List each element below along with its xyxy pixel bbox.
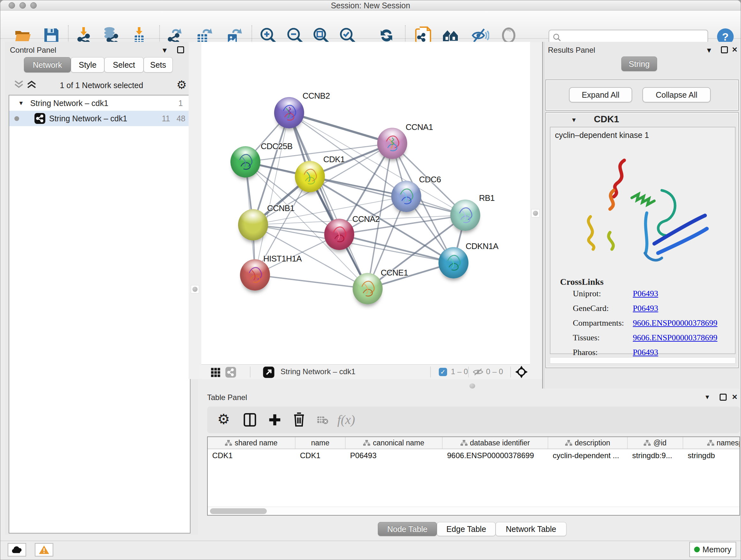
fit-selected-crosshair-icon[interactable] [515,365,528,379]
table-hscrollbar[interactable] [208,507,739,515]
network-nodes: CCNB2CCNA1CDC25BCDK1CDC6RB1CCNB1CCNA2HIS… [201,42,530,364]
left-splitter[interactable] [189,42,201,379]
node-CDC25B[interactable] [230,146,260,178]
column-header-shared-name[interactable]: shared name [208,437,295,449]
birds-eye-view-icon[interactable] [263,366,275,378]
table-cell[interactable]: CDK1 [208,449,295,461]
function-builder-icon[interactable]: f(x) [337,412,355,427]
crosslinks-heading: CrossLinks [560,277,603,287]
collapse-triangle-icon[interactable]: ▼ [18,100,24,107]
node-CCNE1[interactable] [353,273,383,304]
tab-network-table[interactable]: Network Table [495,522,566,536]
table-cell[interactable]: stringdb [683,449,740,461]
table-hscrollbar-thumb[interactable] [210,508,267,514]
right-splitter-handle[interactable] [531,209,540,217]
node-label-CCNA2: CCNA2 [352,214,380,224]
crosslink-value-link[interactable]: 9606.ENSP00000378699 [633,318,718,328]
column-header-@id[interactable]: @id [628,437,683,449]
node-RB1[interactable] [450,199,480,231]
delete-column-icon[interactable] [292,412,306,427]
node-CCNA1[interactable] [377,128,407,159]
search-field[interactable] [563,31,704,43]
crosslink-value-link[interactable]: P06493 [633,348,658,357]
node-HIST1H1A[interactable] [240,259,270,291]
node-CCNA2[interactable] [324,219,354,250]
close-panel-icon[interactable]: ✕ [732,393,738,401]
gear-icon[interactable]: ⚙ [177,78,187,91]
column-label: @id [653,439,666,447]
crosslink-label: Uniprot: [573,289,601,299]
section-title: CDK1 [594,114,619,125]
node-CCNB2[interactable] [274,97,304,128]
column-header-description[interactable]: description [548,437,628,449]
expand-all-button[interactable]: Expand All [569,87,632,103]
crosslink-value-link[interactable]: P06493 [633,289,658,299]
column-header-canonical-name[interactable]: canonical name [346,437,443,449]
float-panel-icon[interactable]: ▼ [161,46,168,55]
table-panel: Table Panel ▼ ✕ ⚙ f(x) shared namenameca… [202,388,741,541]
network-canvas[interactable]: CCNB2CCNA1CDC25BCDK1CDC6RB1CCNB1CCNA2HIS… [201,42,530,364]
selected-nodes-checkbox[interactable]: ✓ [439,368,447,376]
close-panel-icon[interactable]: ✕ [732,46,738,54]
tab-select[interactable]: Select [105,57,144,72]
table-row[interactable]: CDK1CDK1P064939606.ENSP00000378699cyclin… [208,449,739,461]
delete-table-icon[interactable] [317,415,328,425]
crosslink-value-link[interactable]: P06493 [633,304,658,313]
table-cell[interactable]: P06493 [346,449,443,461]
warning-button[interactable] [35,543,53,557]
section-collapse-icon[interactable]: ▼ [571,117,577,124]
results-hscrollbar[interactable] [550,357,736,364]
viewbar-separator [430,367,431,377]
tab-sets[interactable]: Sets [144,57,173,72]
table-cell[interactable]: stringdb:9... [628,449,683,461]
column-type-icon [363,440,370,446]
tab-edge-table[interactable]: Edge Table [437,522,495,536]
add-column-icon[interactable] [268,413,282,427]
float-panel-icon[interactable]: ▼ [704,394,711,401]
node-CCNB1[interactable] [238,209,268,240]
column-label: description [575,439,610,447]
collapse-all-button[interactable]: Collapse All [643,87,711,103]
column-header-namespace[interactable]: namespace [683,437,740,449]
protein-thumbnail-icon [396,184,416,208]
node-table[interactable]: shared namenamecanonical namedatabase id… [207,436,740,516]
collection-count: 1 [179,99,183,108]
protein-thumbnail-icon [329,222,349,246]
maximize-panel-icon[interactable] [721,46,728,53]
network-icon-gray[interactable] [225,367,237,378]
cloud-button[interactable] [8,543,26,557]
table-cell[interactable]: cyclin-dependent ... [548,449,628,461]
node-CDC6[interactable] [391,181,421,212]
network-row[interactable]: String Network – cdk1 11 48 [9,111,190,126]
viewbar-separator [250,367,251,377]
left-splitter-handle[interactable] [191,285,199,294]
viewbar-separator [510,367,511,377]
float-panel-icon[interactable]: ▼ [705,46,713,55]
crosslink-row: Compartments:9606.ENSP00000378699 [550,318,736,333]
tab-node-table[interactable]: Node Table [378,522,437,536]
tab-string[interactable]: String [621,57,657,71]
crosslink-value-link[interactable]: 9606.ENSP00000378699 [633,333,718,343]
tab-network[interactable]: Network [24,57,71,72]
grid-view-icon[interactable] [210,367,220,377]
network-collection-row[interactable]: ▼ String Network – cdk1 1 [9,96,190,111]
select-columns-icon[interactable] [243,413,257,427]
table-toolbar: ⚙ f(x) [207,407,740,433]
main-toolbar: ? [0,10,741,39]
tab-style[interactable]: Style [71,57,105,72]
column-header-name[interactable]: name [295,437,346,449]
node-CDK1[interactable] [295,161,325,192]
horizontal-splitter-handle[interactable] [469,383,475,388]
right-splitter[interactable] [530,42,542,379]
node-CDKN1A[interactable] [439,247,468,278]
hidden-eye-icon[interactable] [473,368,483,376]
table-cell[interactable]: CDK1 [295,449,346,461]
maximize-panel-icon[interactable] [720,394,727,401]
memory-button[interactable]: Memory [689,542,736,557]
network-label: String Network – cdk1 [49,114,127,123]
node-label-CCNB2: CCNB2 [302,91,330,101]
column-header-database-identifier[interactable]: database identifier [443,437,548,449]
table-cell[interactable]: 9606.ENSP00000378699 [443,449,548,461]
maximize-panel-icon[interactable] [177,46,184,53]
table-gear-icon[interactable]: ⚙ [217,411,230,427]
